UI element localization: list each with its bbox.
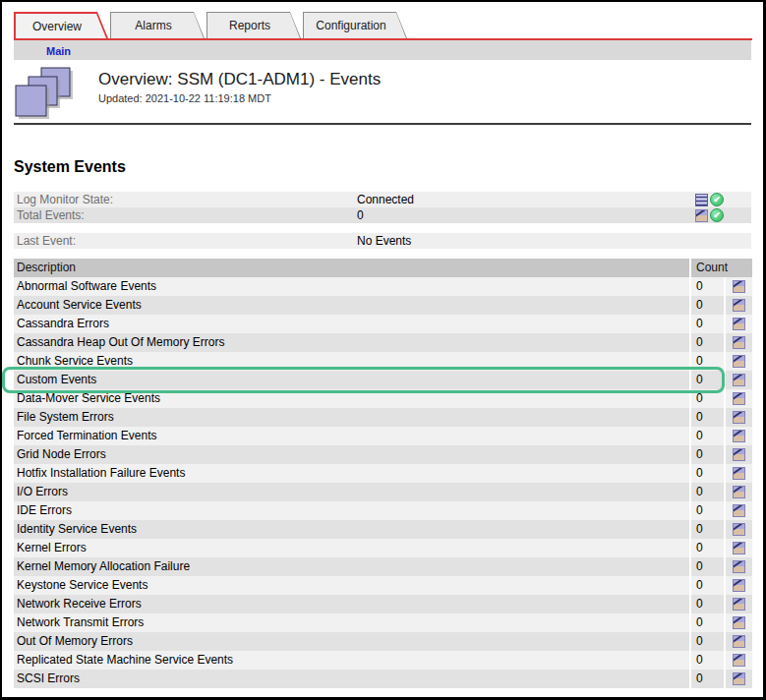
breadcrumb-main-link[interactable]: Main — [46, 45, 71, 57]
chart-icon[interactable] — [733, 392, 745, 405]
event-description: Keystone Service Events — [14, 576, 689, 595]
event-description: Grid Node Errors — [14, 445, 689, 464]
event-chart-cell — [726, 427, 752, 445]
event-row: IDE Errors0 — [14, 501, 752, 520]
event-description: IDE Errors — [14, 501, 689, 520]
chart-icon[interactable] — [733, 336, 745, 349]
event-row: Data-Mover Service Events0 — [14, 389, 752, 408]
event-row: Out Of Memory Errors0 — [14, 632, 752, 651]
event-chart-cell — [726, 464, 752, 483]
chart-icon[interactable] — [733, 430, 745, 442]
chart-line — [733, 355, 745, 364]
event-count: 0 — [691, 277, 724, 296]
event-row: Kernel Memory Allocation Failure0 — [14, 557, 752, 576]
event-chart-cell — [726, 520, 752, 539]
event-count: 0 — [691, 520, 724, 539]
status-ok-icon: ✔ — [710, 193, 724, 206]
event-count: 0 — [691, 296, 724, 315]
event-chart-cell — [726, 445, 752, 464]
chart-line — [733, 598, 745, 607]
chart-icon[interactable] — [733, 299, 745, 312]
system-events-summary: Log Monitor State:Connected✔Total Events… — [14, 192, 751, 249]
event-count: 0 — [691, 445, 724, 464]
event-row: Abnormal Software Events0 — [14, 277, 752, 296]
event-description: Out Of Memory Errors — [14, 632, 689, 651]
event-chart-cell — [726, 333, 752, 352]
tab-bar: OverviewAlarmsReportsConfiguration — [14, 12, 751, 38]
event-row: Custom Events0 — [14, 371, 752, 389]
chart-icon[interactable] — [733, 579, 745, 592]
chart-line — [733, 560, 745, 569]
tab-overview[interactable]: Overview — [14, 12, 108, 38]
chart-icon[interactable] — [733, 486, 745, 498]
chart-icon[interactable] — [733, 672, 745, 685]
chart-line — [733, 635, 745, 644]
summary-icons: ✔ — [695, 208, 724, 222]
chart-icon[interactable] — [733, 654, 745, 667]
event-count: 0 — [691, 352, 724, 371]
event-count: 0 — [691, 595, 724, 613]
chart-line — [733, 392, 745, 401]
event-chart-cell — [726, 613, 752, 632]
event-row: Network Transmit Errors0 — [14, 613, 752, 632]
event-row: File System Errors0 — [14, 408, 752, 427]
event-description: SCSI Errors — [14, 670, 689, 688]
chart-icon[interactable] — [733, 616, 745, 629]
event-count: 0 — [691, 670, 724, 688]
chart-line — [733, 467, 745, 476]
event-description: Cassandra Heap Out Of Memory Errors — [14, 333, 689, 352]
event-count: 0 — [691, 576, 724, 595]
chart-icon[interactable] — [733, 542, 745, 554]
events-table-header: Description Count — [14, 259, 752, 277]
chart-line — [733, 336, 745, 345]
event-row: Account Service Events0 — [14, 296, 752, 315]
event-count: 0 — [691, 501, 724, 520]
chart-icon[interactable] — [733, 504, 745, 517]
events-table-body: Abnormal Software Events0Account Service… — [14, 277, 752, 688]
event-chart-cell — [726, 632, 752, 651]
event-row: Forced Termination Events0 — [14, 427, 752, 445]
section-heading: System Events — [14, 158, 751, 176]
chart-icon[interactable] — [733, 523, 745, 536]
chart-icon[interactable] — [733, 280, 745, 293]
tab-configuration[interactable]: Configuration — [303, 12, 407, 38]
summary-value: No Events — [357, 234, 411, 248]
event-description: Account Service Events — [14, 296, 689, 315]
event-chart-cell — [726, 408, 752, 427]
event-chart-cell — [726, 315, 752, 333]
chart-icon[interactable] — [733, 411, 745, 424]
tab-alarms[interactable]: Alarms — [110, 12, 205, 38]
chart-icon[interactable] — [733, 318, 745, 330]
event-row: Replicated State Machine Service Events0 — [14, 651, 752, 670]
chart-icon[interactable] — [733, 374, 745, 386]
event-count: 0 — [691, 613, 724, 632]
event-description: Forced Termination Events — [14, 427, 689, 445]
tab-label: Overview — [16, 14, 106, 38]
event-count: 0 — [691, 464, 724, 483]
event-count: 0 — [691, 333, 724, 352]
log-file-icon[interactable] — [695, 194, 708, 206]
chart-icon[interactable] — [695, 209, 708, 222]
event-chart-cell — [726, 670, 752, 688]
chart-line — [733, 486, 745, 495]
tab-reports[interactable]: Reports — [206, 12, 301, 38]
summary-label: Log Monitor State: — [14, 192, 357, 207]
chart-icon[interactable] — [733, 355, 745, 368]
app-window: { "tabs": [ { "label": "Overview", "acti… — [0, 0, 766, 700]
event-row: Cassandra Errors0 — [14, 315, 752, 333]
event-count: 0 — [691, 389, 724, 408]
event-row: Hotfix Installation Failure Events0 — [14, 464, 752, 483]
event-description: Network Transmit Errors — [14, 613, 689, 632]
event-description: Replicated State Machine Service Events — [14, 651, 689, 670]
chart-icon[interactable] — [733, 448, 745, 461]
event-description: Cassandra Errors — [14, 315, 689, 333]
chart-icon[interactable] — [733, 560, 745, 573]
chart-line — [733, 616, 745, 625]
chart-line — [733, 579, 745, 588]
chart-icon[interactable] — [733, 467, 745, 480]
event-chart-cell — [726, 595, 752, 613]
summary-label: Last Event: — [14, 233, 357, 249]
chart-icon[interactable] — [733, 598, 745, 611]
event-row: Kernel Errors0 — [14, 539, 752, 557]
chart-icon[interactable] — [733, 635, 745, 648]
